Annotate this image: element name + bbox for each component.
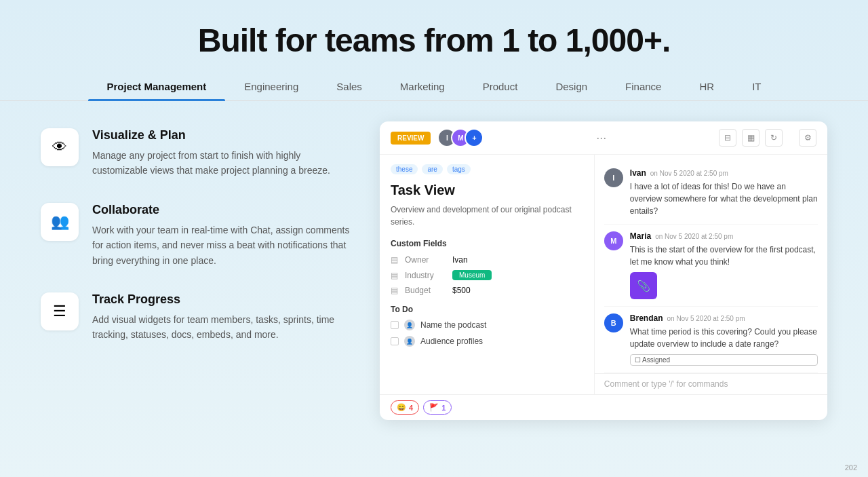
comment-text: What time period is this covering? Could… (630, 326, 818, 350)
todo-checkbox[interactable] (391, 321, 399, 329)
comment-input-row[interactable]: Comment or type '/' for commands (595, 373, 827, 394)
avatar-more: + (465, 128, 484, 147)
emoji-number: 4 (409, 404, 413, 412)
feature-title-collaborate: Collaborate (92, 203, 353, 217)
features-list: 👁 Visualize & Plan Manage any project fr… (41, 121, 353, 343)
todos-list: 👤 Name the podcast 👤 Audience profiles (391, 320, 583, 347)
emoji-count-red[interactable]: 😄 4 (391, 400, 419, 415)
tab-sales[interactable]: Sales (317, 73, 381, 100)
tags-row: thesearetags (391, 164, 583, 174)
tab-it[interactable]: IT (733, 73, 780, 100)
avatar-group: I M + (437, 128, 484, 147)
comment-content-brendan: Brendan on Nov 5 2020 at 2:50 pm What ti… (630, 313, 818, 366)
comment-author: Brendan (630, 313, 663, 323)
page-hint: 202 (845, 463, 857, 472)
feature-track: ☰ Track Progress Add visual widgets for … (41, 292, 353, 343)
todo-item: 👤 Name the podcast (391, 320, 583, 330)
comment-avatar-ivan: I (604, 168, 623, 187)
panel-body: thesearetags Task View Overview and deve… (380, 155, 827, 394)
task-panel: REVIEW I M + ··· ⊟ ▦ ↻ ⚙ (380, 121, 827, 420)
field-name: Owner (405, 255, 446, 265)
field-row-budget: ▤ Budget $500 (391, 286, 583, 295)
feature-icon-collaborate: 👥 (41, 203, 79, 241)
custom-fields-label: Custom Fields (391, 239, 583, 248)
panel-icon-refresh[interactable]: ↻ (765, 129, 783, 147)
field-name: Industry (405, 271, 446, 280)
todo-avatar: 👤 (404, 320, 415, 330)
task-title: Task View (391, 183, 583, 198)
todo-label: To Do (391, 305, 583, 314)
more-menu-icon[interactable]: ··· (596, 131, 606, 145)
tag-are: are (422, 164, 442, 174)
field-value: Ivan (452, 255, 468, 265)
todo-avatar: 👤 (404, 336, 415, 347)
feature-desc-visualize: Manage any project from start to finish … (92, 148, 353, 178)
feature-text-visualize: Visualize & Plan Manage any project from… (92, 128, 353, 178)
feature-text-track: Track Progress Add visual widgets for te… (92, 292, 353, 343)
assigned-badge: ☐ Assigned (630, 354, 818, 366)
comment-attachment: 📎 (630, 272, 657, 299)
feature-desc-collaborate: Work with your team in real-time with Ch… (92, 223, 353, 268)
tag-tags: tags (447, 164, 471, 174)
main-content: 👁 Visualize & Plan Manage any project fr… (0, 121, 868, 420)
comment-time: on Nov 5 2020 at 2:50 pm (667, 315, 745, 322)
field-badge: Museum (452, 270, 492, 280)
field-icon: ▤ (391, 286, 398, 295)
tab-engineering[interactable]: Engineering (225, 73, 317, 100)
panel-icon-calendar[interactable]: ▦ (742, 129, 760, 147)
feature-title-visualize: Visualize & Plan (92, 128, 353, 142)
emoji-number: 1 (441, 404, 446, 412)
field-value: $500 (452, 286, 471, 295)
comment-text: I have a lot of ideas for this! Do we ha… (630, 180, 818, 217)
feature-title-track: Track Progress (92, 292, 353, 307)
tab-finance[interactable]: Finance (606, 73, 680, 100)
emoji-icon: 🚩 (429, 403, 439, 412)
tab-marketing[interactable]: Marketing (381, 73, 464, 100)
comment-header: Ivan on Nov 5 2020 at 2:50 pm (630, 168, 818, 178)
feature-icon-visualize: 👁 (41, 128, 79, 166)
review-badge: REVIEW (391, 132, 431, 145)
panel-right: I Ivan on Nov 5 2020 at 2:50 pm I have a… (595, 155, 827, 373)
comment-time: on Nov 5 2020 at 2:50 pm (655, 233, 733, 240)
comment-item-ivan: I Ivan on Nov 5 2020 at 2:50 pm I have a… (604, 161, 818, 225)
emoji-icon: 😄 (397, 403, 406, 412)
task-description: Overview and development of our original… (391, 204, 583, 228)
comment-content-ivan: Ivan on Nov 5 2020 at 2:50 pm I have a l… (630, 168, 818, 217)
panel-icon-bookmark[interactable]: ⊟ (719, 129, 736, 147)
field-icon: ▤ (391, 255, 398, 265)
field-name: Budget (405, 286, 446, 295)
page-wrapper: Built for teams from 1 to 1,000+. Projec… (0, 0, 868, 477)
todo-section: To Do 👤 Name the podcast 👤 Audience prof… (391, 305, 583, 347)
tab-design[interactable]: Design (536, 73, 606, 100)
feature-visualize: 👁 Visualize & Plan Manage any project fr… (41, 128, 353, 178)
comment-header: Maria on Nov 5 2020 at 2:50 pm (630, 231, 818, 241)
fields-list: ▤ Owner Ivan ▤ Industry Museum ▤ Budget … (391, 255, 583, 295)
todo-checkbox[interactable] (391, 337, 399, 345)
comment-placeholder: Comment or type '/' for commands (604, 379, 728, 389)
todo-text: Audience profiles (420, 337, 483, 346)
tab-hr[interactable]: HR (680, 73, 733, 100)
comment-time: on Nov 5 2020 at 2:50 pm (650, 170, 728, 177)
panel-icons: ⊟ ▦ ↻ ⚙ (719, 129, 816, 147)
feature-desc-track: Add visual widgets for team members, tas… (92, 312, 353, 343)
comment-author: Maria (630, 231, 651, 241)
emoji-count-purple[interactable]: 🚩 1 (423, 400, 452, 415)
comment-avatar-brendan: B (604, 313, 623, 332)
comment-content-maria: Maria on Nov 5 2020 at 2:50 pm This is t… (630, 231, 818, 299)
todo-text: Name the podcast (420, 320, 486, 330)
emoji-counts: 😄 4🚩 1 (391, 400, 452, 415)
tab-product[interactable]: Product (464, 73, 537, 100)
panel-header: REVIEW I M + ··· ⊟ ▦ ↻ ⚙ (380, 121, 827, 155)
comment-avatar-maria: M (604, 231, 623, 250)
todo-item: 👤 Audience profiles (391, 336, 583, 347)
feature-icon-track: ☰ (41, 292, 79, 330)
comment-author: Ivan (630, 168, 646, 178)
panel-left: thesearetags Task View Overview and deve… (380, 155, 595, 394)
panel-icon-settings[interactable]: ⚙ (799, 129, 816, 147)
tab-project-management[interactable]: Project Management (88, 73, 226, 100)
comment-text: This is the start of the overview for th… (630, 244, 818, 268)
field-icon: ▤ (391, 271, 398, 280)
comment-item-maria: M Maria on Nov 5 2020 at 2:50 pm This is… (604, 225, 818, 307)
tag-these: these (391, 164, 418, 174)
comment-item-brendan: B Brendan on Nov 5 2020 at 2:50 pm What … (604, 307, 818, 373)
